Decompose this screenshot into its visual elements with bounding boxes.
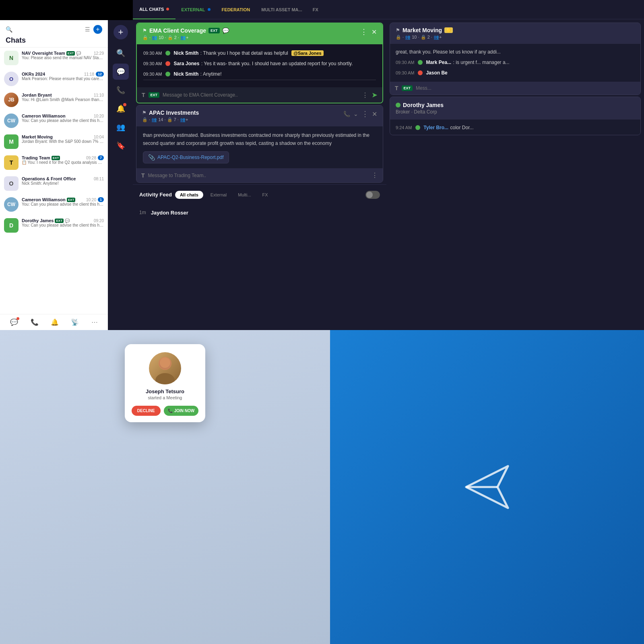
tab-external[interactable]: EXTERNAL (175, 0, 216, 19)
apac-messages: than previously estimated. Business inve… (136, 126, 383, 168)
flag-icon2: ⚑ (142, 110, 147, 116)
apac-meta: 🔒 · 👥 14 · 🔒 7 · 👥+ (142, 117, 199, 122)
apac-phone-button[interactable]: 📞 (343, 111, 350, 117)
phone-join-icon: 📞 (168, 409, 173, 413)
market-moving-meta: 🔒 · 👥 10 · 🔒 2 · 👥+ (396, 35, 453, 40)
list-item[interactable]: JB Jordan Bryant 11:10 You: Hi @Liam Smi… (0, 89, 108, 110)
plus-button[interactable]: + (114, 25, 128, 39)
message-text: Yes it was- thank you. I should have an … (204, 61, 353, 66)
badge: 12 (96, 72, 104, 76)
chat-preview: Mark Pearson: Please ensure that you car… (22, 76, 104, 81)
apac-more-button[interactable]: ⋮ (361, 109, 369, 118)
mm-input[interactable] (416, 85, 636, 91)
activity-tab-all-chats[interactable]: All chats (175, 191, 203, 199)
apac-chat-header: ⚑ APAC Investments 🔒 · 👥 14 · 🔒 7 · 👥+ 📞… (136, 105, 383, 126)
list-item[interactable]: T Trading Team EXT 09:28 7 📋 You: I need… (0, 152, 108, 173)
input-more-button2[interactable]: ⋮ (372, 171, 378, 179)
chats-nav-button[interactable]: 💬 (10, 318, 18, 326)
meeting-status-text: started a Meeting (131, 395, 199, 400)
attachment[interactable]: 📎 APAC-Q2-Business-Report.pdf (143, 151, 229, 163)
avatar: T (4, 155, 19, 170)
list-item[interactable]: D Dorothy James EXT 💬 09:20 You: Can you… (0, 215, 108, 236)
chat-name: Cameron Williamson (22, 197, 66, 202)
message-sender: Sara Jones (173, 61, 199, 66)
bell-nav-button[interactable]: 🔔 (51, 318, 59, 326)
message-row: 09:30 AM Nick Smith : Anytime! (143, 70, 376, 77)
status-icon (165, 51, 170, 56)
ema-message-input[interactable] (163, 92, 359, 98)
message-time: 09:30 AM (143, 61, 162, 66)
activity-feed-title: Activity Feed (139, 192, 172, 198)
activity-tab-multi[interactable]: Multi... (234, 191, 255, 199)
tab-federation[interactable]: FEDERATION (216, 0, 256, 19)
message-sender: Nick Smith (173, 50, 198, 56)
apac-chat-window: ⚑ APAC Investments 🔒 · 👥 14 · 🔒 7 · 👥+ 📞… (136, 105, 383, 183)
chat-preview: You: Please also send the manual NAV Sta… (22, 56, 104, 60)
avatar: JB (4, 93, 19, 107)
activity-tab-fx[interactable]: FX (258, 191, 272, 199)
search-button[interactable]: 🔍 (113, 45, 129, 61)
apac-title: APAC Investments (149, 109, 199, 116)
format-t-button3[interactable]: T (395, 85, 398, 91)
feed-nav-button[interactable]: 📡 (71, 318, 79, 326)
list-item[interactable]: O Operations & Front Office 08:11 Nick S… (0, 173, 108, 194)
chats-panel-header: 🔍 ☰ + Chats (0, 20, 108, 47)
chat-name: Trading Team (22, 155, 50, 160)
message-time: 09:30 AM (143, 72, 162, 76)
message-row: 9:24 AM Tyler Bro... color Dor... (396, 124, 635, 131)
ema-close-button[interactable]: ✕ (372, 28, 377, 36)
new-chat-button[interactable]: + (93, 25, 102, 34)
chat-name: Dorothy James (22, 218, 54, 223)
decline-button[interactable]: DECLINE (132, 406, 161, 416)
activity-time: 1m (139, 210, 146, 215)
right-tab-hint (386, 0, 644, 19)
bookmark-button[interactable]: 🔖 (113, 138, 129, 154)
list-item[interactable]: O OKRs 2024 11:18 12 Mark Pearson: Pleas… (0, 68, 108, 89)
tab-all-chats[interactable]: ALL CHATS (133, 0, 175, 19)
list-item[interactable]: CW Cameron Williamson 10:20 You: Can you… (0, 110, 108, 131)
chat-preview: You: Hi @Liam Smith @Mark Pearson thank … (22, 97, 104, 102)
avatar: O (4, 72, 19, 86)
toggle-switch[interactable] (365, 191, 380, 199)
list-item[interactable]: M Market Moving 10:04 Jordan Bryant: Wit… (0, 131, 108, 152)
tab-fx[interactable]: FX (308, 0, 323, 19)
message-row: 09:30 AM Mark Pea... : is urgent f... ma… (396, 58, 635, 66)
meeting-avatar (149, 352, 181, 384)
apac-close-button[interactable]: ✕ (372, 110, 377, 118)
join-now-button[interactable]: 📞 JOIN NOW (164, 406, 199, 416)
list-item[interactable]: N NAV Oversight Team EXT 💬 12:29 You: Pl… (0, 47, 108, 68)
market-moving-yellow-badge: 🟡 (444, 27, 453, 33)
chat-button[interactable]: 💬 (113, 64, 129, 80)
input-more-button[interactable]: ⋮ (362, 91, 368, 99)
phone-button[interactable]: 📞 (113, 82, 129, 98)
format-t-button[interactable]: T (142, 92, 145, 98)
people-button[interactable]: 👥 (113, 119, 129, 135)
ema-more-button[interactable]: ⋮ (360, 27, 367, 36)
chat-time: 10:20 (86, 198, 96, 202)
phone-nav-button[interactable]: 📞 (31, 318, 39, 326)
badge: 7 (98, 155, 104, 160)
more-nav-button[interactable]: ⋯ (91, 318, 98, 326)
apac-chevron-button[interactable]: ⌄ (353, 111, 358, 117)
message-row: 09:30 AM Nick Smith : Thank you I hope t… (143, 49, 376, 56)
chat-preview: You: Can you please advise the client th… (22, 118, 104, 123)
send-button[interactable]: ➤ (372, 91, 378, 99)
bell-button[interactable]: 🔔 (113, 101, 129, 117)
chat-time: 10:20 (94, 114, 104, 118)
whatsapp-badge: 💬 (222, 27, 229, 34)
dorothy-name: Dorothy James (403, 102, 444, 108)
whatsapp-icon: 💬 (65, 219, 70, 223)
activity-tab-external[interactable]: External (206, 191, 231, 199)
format-t-button2[interactable]: T (141, 172, 145, 179)
message-row: great, thank you. Please let us know if … (396, 48, 635, 55)
attachment-icon: 📎 (148, 154, 155, 161)
ext-badge: EXT (52, 156, 60, 160)
tab-multi-asset[interactable]: MULTI ASSET MA... (256, 0, 308, 19)
message-text: color Dor... (450, 125, 474, 130)
chat-preview: You: Can you please advise the client th… (22, 223, 104, 227)
apac-message-input[interactable] (148, 173, 368, 178)
list-item[interactable]: CW Cameron Williamson EXT 10:20 1 You: C… (0, 194, 108, 215)
filter-icon[interactable]: ☰ (85, 26, 90, 33)
status-dot-green (396, 103, 400, 107)
activity-feed-bar: Activity Feed All chats External Multi..… (133, 184, 386, 204)
